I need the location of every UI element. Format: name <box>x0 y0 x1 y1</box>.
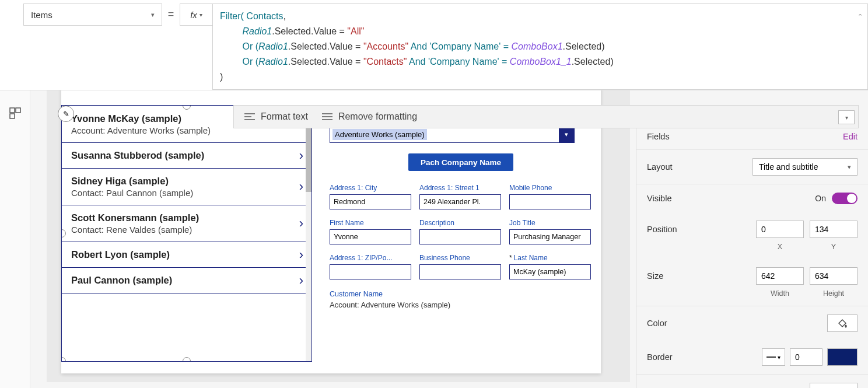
chevron-down-icon[interactable]: ▾ <box>559 126 574 142</box>
chevron-down-icon: ▾ <box>848 163 851 171</box>
field-label: Address 1: Street 1 <box>419 184 501 192</box>
field-street: Address 1: Street 1 <box>419 184 501 209</box>
first-name-input[interactable] <box>330 229 411 244</box>
size-width-input[interactable] <box>756 267 804 285</box>
field-label: Job Title <box>509 219 591 227</box>
gallery-list: Yvonne McKay (sample)Account: Adventure … <box>62 106 312 293</box>
field-mobile: Mobile Phone <box>509 184 591 209</box>
scrollbar-track[interactable] <box>306 106 312 361</box>
field-description: Description <box>419 219 501 244</box>
prop-label: Color <box>647 319 667 328</box>
remove-formatting-icon <box>322 113 332 121</box>
list-item[interactable]: Robert Lyon (sample)› <box>62 242 312 268</box>
selection-handle[interactable] <box>183 357 191 362</box>
property-dropdown-value: Items <box>31 10 52 20</box>
collapse-icon[interactable]: ⌃ <box>858 9 863 24</box>
format-text-icon <box>244 113 255 121</box>
width-sublabel: Width <box>756 289 804 298</box>
prop-label: Visible <box>647 194 671 203</box>
formula-bar-expand-dropdown[interactable]: ▾ <box>838 110 855 124</box>
field-label: First Name <box>330 219 411 227</box>
field-label: Description <box>419 219 501 227</box>
field-label: Address 1: City <box>330 184 411 192</box>
field-label: Business Phone <box>419 254 501 262</box>
svg-rect-2 <box>10 114 15 118</box>
detail-form: Adventure Works (sample) ▾ Pach Company … <box>330 125 592 309</box>
chevron-right-icon: › <box>299 148 303 163</box>
prop-label: Border <box>647 352 673 362</box>
fx-label: fx <box>190 10 197 20</box>
border-color-picker[interactable] <box>827 348 858 366</box>
prop-position: Position XY <box>636 212 868 259</box>
prop-label: Layout <box>647 162 673 172</box>
field-first-name: First Name <box>330 219 411 244</box>
border-width-input[interactable] <box>790 348 822 366</box>
formula-bar: Items ▾ = fx ▾ Filter( Contacts, Radio1.… <box>0 0 868 90</box>
paint-bucket-icon <box>837 319 848 328</box>
y-sublabel: Y <box>810 243 858 251</box>
job-title-input[interactable] <box>509 229 591 244</box>
zip-input[interactable] <box>330 264 411 279</box>
list-item[interactable]: Sidney Higa (sample)Contact: Paul Cannon… <box>62 169 312 205</box>
list-item-title: Robert Lyon (sample) <box>71 249 288 260</box>
description-input[interactable] <box>419 229 501 244</box>
gallery-control[interactable]: Yvonne McKay (sample)Account: Adventure … <box>61 105 312 362</box>
selection-handle[interactable] <box>61 357 66 362</box>
business-phone-input[interactable] <box>419 264 501 279</box>
prop-visible: Visible On <box>636 184 868 212</box>
position-y-input[interactable] <box>810 221 858 238</box>
list-item[interactable]: Paul Cannon (sample)› <box>62 268 312 293</box>
chevron-right-icon: › <box>299 273 303 288</box>
list-item-title: Paul Cannon (sample) <box>71 275 288 286</box>
field-city: Address 1: City <box>330 184 411 209</box>
list-item[interactable]: Susanna Stubberod (sample)› <box>62 143 312 169</box>
prop-label: Fields <box>647 132 670 141</box>
street-input[interactable] <box>419 194 501 209</box>
wrap-count-input[interactable] <box>810 383 858 388</box>
visible-state: On <box>815 194 826 203</box>
equals-sign: = <box>162 0 180 20</box>
edit-pencil-icon[interactable]: ✎ <box>58 106 74 122</box>
fx-button[interactable]: fx ▾ <box>180 4 212 26</box>
patch-company-button[interactable]: Pach Company Name <box>408 153 513 171</box>
x-sublabel: X <box>756 243 804 251</box>
field-business-phone: Business Phone <box>419 254 501 279</box>
chevron-right-icon: › <box>299 247 303 263</box>
format-text-label: Format text <box>261 111 308 122</box>
list-item-title: Sidney Higa (sample) <box>71 176 288 187</box>
list-item-subtitle: Contact: Rene Valdes (sample) <box>71 225 288 235</box>
list-item-title: Susanna Stubberod (sample) <box>71 150 288 161</box>
property-dropdown[interactable]: Items ▾ <box>23 4 162 26</box>
chevron-right-icon: › <box>299 179 303 194</box>
layout-dropdown[interactable]: Title and subtitle ▾ <box>752 158 858 176</box>
edit-fields-link[interactable]: Edit <box>843 132 858 141</box>
combobox-value: Adventure Works (sample) <box>332 129 427 140</box>
chevron-right-icon: › <box>299 216 303 231</box>
color-picker[interactable] <box>827 314 858 332</box>
prop-layout: Layout Title and subtitle ▾ <box>636 150 868 184</box>
city-input[interactable] <box>330 194 411 209</box>
size-height-input[interactable] <box>810 267 858 285</box>
border-style-dropdown[interactable]: ▾ <box>762 348 785 366</box>
layout-value: Title and subtitle <box>759 162 818 172</box>
app-preview: All Accounts Contacts ✎ Yvonne McKay (sa… <box>61 55 601 373</box>
last-name-input[interactable] <box>509 264 591 279</box>
components-icon[interactable] <box>8 106 22 120</box>
position-x-input[interactable] <box>756 221 804 238</box>
list-item-subtitle: Contact: Paul Cannon (sample) <box>71 188 288 198</box>
svg-rect-0 <box>10 108 15 113</box>
prop-wrap-count: Wrap count <box>636 375 868 388</box>
formula-editor[interactable]: Filter( Contacts, Radio1.Selected.Value … <box>212 4 868 90</box>
prop-size: Size WidthHeight <box>636 259 868 306</box>
remove-formatting-button[interactable]: Remove formatting <box>322 111 417 122</box>
mobile-input[interactable] <box>509 194 591 209</box>
customer-name-value: Account: Adventure Works (sample) <box>330 300 592 309</box>
list-item[interactable]: Scott Konersmann (sample)Contact: Rene V… <box>62 205 312 242</box>
field-label: Mobile Phone <box>509 184 591 192</box>
field-label: Address 1: ZIP/Po... <box>330 254 411 262</box>
chevron-down-icon: ▾ <box>200 12 202 18</box>
visible-toggle[interactable] <box>832 193 858 204</box>
format-text-button[interactable]: Format text <box>244 111 308 122</box>
prop-label: Position <box>647 225 677 234</box>
formula-format-bar: Format text Remove formatting ▾ <box>233 105 859 128</box>
